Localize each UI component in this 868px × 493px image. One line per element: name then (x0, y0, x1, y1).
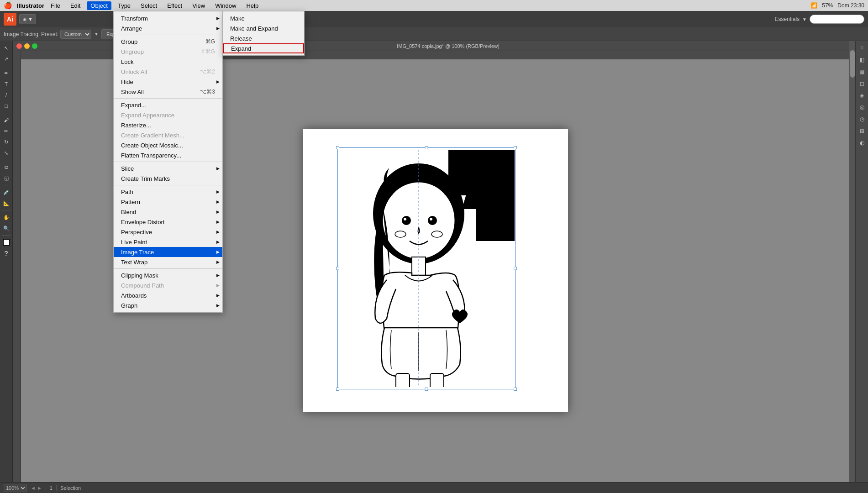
sep-1 (114, 35, 222, 35)
svg-rect-11 (430, 373, 444, 387)
toolbar-right: Essentials ▼ (774, 15, 864, 24)
search-input[interactable] (810, 15, 864, 24)
zoom-tool-icon[interactable]: 🔍 (1, 223, 11, 233)
pencil-tool-icon[interactable]: ✏ (1, 126, 11, 136)
submenu-expand[interactable]: Expand (223, 43, 304, 53)
menu-text-wrap[interactable]: Text Wrap (114, 257, 222, 267)
menu-graph[interactable]: Graph (114, 300, 222, 310)
zoom-arrows-icon: ◄ ► (31, 485, 42, 491)
menu-ungroup: Ungroup ⇧⌘G (114, 47, 222, 57)
menu-hide[interactable]: Hide (114, 77, 222, 87)
svg-point-5 (428, 216, 437, 225)
menu-blend[interactable]: Blend (114, 207, 222, 217)
menu-image-trace[interactable]: Image Trace (114, 247, 222, 257)
sep-3 (114, 162, 222, 162)
brushes-panel-icon[interactable]: ◻ (857, 79, 867, 89)
menu-slice[interactable]: Slice (114, 163, 222, 173)
tool-sep-3 (2, 160, 11, 160)
menu-object[interactable]: Object (87, 1, 111, 10)
tool-sep-5 (2, 210, 11, 210)
pen-tool-icon[interactable]: ✒ (1, 68, 11, 78)
align-icon[interactable]: ⊞ (857, 126, 867, 136)
blend-tool-icon[interactable]: ⧉ (1, 162, 11, 172)
wifi-icon: 📶 (810, 2, 817, 9)
rotate-tool-icon[interactable]: ↻ (1, 137, 11, 147)
preset-label: Preset: (41, 31, 58, 37)
vertical-scrollbar[interactable] (849, 41, 855, 482)
preset-select[interactable]: Custom (60, 30, 91, 39)
scale-tool-icon[interactable]: ⤡ (1, 148, 11, 158)
swatches-panel-icon[interactable]: ▦ (857, 67, 867, 77)
object-menu: Transform Arrange Group ⌘G Ungroup ⇧⌘G L… (113, 11, 223, 313)
menu-select[interactable]: Select (137, 1, 161, 10)
line-tool-icon[interactable]: / (1, 90, 11, 100)
menu-group[interactable]: Group ⌘G (114, 37, 222, 47)
menu-expand[interactable]: Expand... (114, 100, 222, 110)
scrollbar-thumb[interactable] (850, 50, 855, 78)
minimize-button[interactable] (24, 43, 30, 49)
menu-arrange[interactable]: Arrange (114, 23, 222, 33)
type-tool-icon[interactable]: T (1, 79, 11, 89)
image-tracing-label: Image Tracing (4, 31, 38, 37)
appearance-icon[interactable]: ◷ (857, 114, 867, 124)
close-button[interactable] (16, 43, 22, 49)
menu-lock[interactable]: Lock (114, 57, 222, 67)
help-tool-icon[interactable]: ? (1, 248, 11, 258)
gradient-tool-icon[interactable]: ◱ (1, 173, 11, 183)
layers-panel-icon[interactable]: ◧ (857, 55, 867, 65)
svg-point-3 (402, 216, 411, 225)
properties-panel-icon[interactable]: ≡ (857, 43, 867, 53)
sel-handle-br (514, 388, 517, 391)
submenu-make[interactable]: Make (223, 13, 304, 23)
zoom-select[interactable]: 100% (4, 484, 27, 492)
menu-type[interactable]: Type (114, 1, 134, 10)
color-guide-icon[interactable]: ◐ (857, 138, 867, 148)
clock: Dom 23:30 (837, 2, 864, 9)
graphic-styles-icon[interactable]: ◎ (857, 102, 867, 112)
battery-status: 57% (822, 2, 833, 9)
rectangle-tool-icon[interactable]: □ (1, 101, 11, 111)
sep-4 (114, 185, 222, 185)
menu-effect[interactable]: Effect (163, 1, 186, 10)
measure-tool-icon[interactable]: 📐 (1, 198, 11, 208)
menu-show-all[interactable]: Show All ⌥⌘3 (114, 87, 222, 97)
cartoon-image (339, 150, 515, 387)
menu-create-trim-marks[interactable]: Create Trim Marks (114, 173, 222, 184)
menu-help[interactable]: Help (242, 1, 262, 10)
maximize-button[interactable] (32, 43, 37, 49)
submenu-release[interactable]: Release (223, 33, 304, 43)
menu-window[interactable]: Window (211, 1, 240, 10)
menu-artboards[interactable]: Artboards (114, 290, 222, 300)
menu-compound-path: Compound Path (114, 280, 222, 290)
direct-selection-tool-icon[interactable]: ↗ (1, 54, 11, 64)
apple-logo-icon[interactable]: 🍎 (4, 1, 12, 10)
hand-tool-icon[interactable]: ✋ (1, 212, 11, 222)
menu-bar: 🍎 Illustrator File Edit Object Type Sele… (0, 0, 868, 11)
eyedropper-tool-icon[interactable]: 💉 (1, 187, 11, 197)
menu-envelope-distort[interactable]: Envelope Distort (114, 217, 222, 227)
menu-clipping-mask[interactable]: Clipping Mask (114, 270, 222, 280)
menu-path[interactable]: Path (114, 187, 222, 197)
sep-5 (114, 268, 222, 269)
menu-live-paint[interactable]: Live Paint (114, 237, 222, 247)
menu-perspective[interactable]: Perspective (114, 227, 222, 237)
menu-pattern[interactable]: Pattern (114, 197, 222, 207)
artboard (303, 129, 568, 412)
layout-toggle[interactable]: ⊞ ▼ (19, 14, 36, 24)
menu-create-object-mosaic[interactable]: Create Object Mosaic... (114, 140, 222, 150)
paintbrush-tool-icon[interactable]: 🖌 (1, 115, 11, 125)
submenu-make-and-expand[interactable]: Make and Expand (223, 23, 304, 33)
tool-sep-1 (2, 66, 11, 66)
menu-flatten-transparency[interactable]: Flatten Transparency... (114, 150, 222, 160)
menu-file[interactable]: File (47, 1, 64, 10)
selection-tool-icon[interactable]: ↖ (1, 43, 11, 53)
symbols-panel-icon[interactable]: ◈ (857, 90, 867, 100)
menu-rasterize[interactable]: Rasterize... (114, 120, 222, 130)
image-trace-submenu: Make Make and Expand Release Expand (222, 11, 305, 56)
fill-color-swatch[interactable] (1, 237, 11, 247)
menu-edit[interactable]: Edit (67, 1, 84, 10)
tool-sep-4 (2, 185, 11, 185)
menu-view[interactable]: View (189, 1, 209, 10)
menu-transform[interactable]: Transform (114, 13, 222, 23)
selection-label: Selection (60, 485, 81, 491)
